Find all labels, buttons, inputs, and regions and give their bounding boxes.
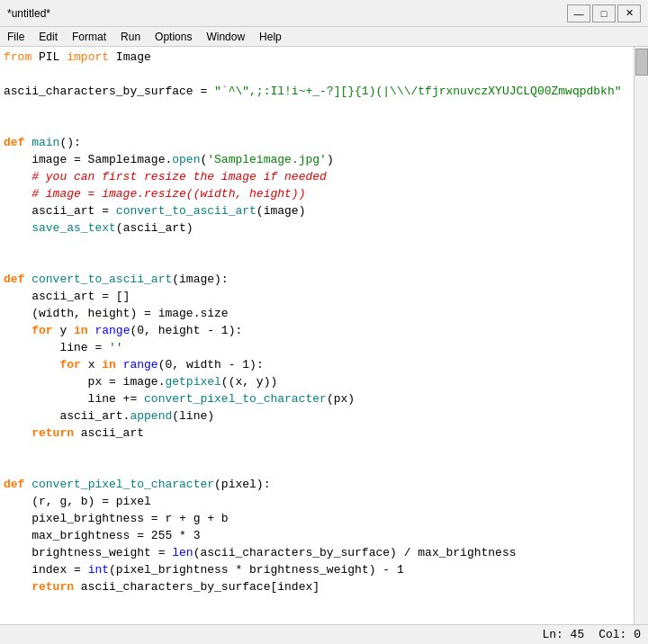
code-line [0,595,634,613]
code-line [0,254,634,271]
code-line: for x in range(0, width - 1): [0,356,634,373]
scrollbar-thumb[interactable] [635,49,648,76]
window-controls: — □ ✕ [567,4,641,22]
code-line: # image = image.resize((width, height)) [0,185,634,202]
code-line [0,442,634,459]
code-line: pixel_brightness = r + g + b [0,510,634,527]
code-line: def convert_to_ascii_art(image): [0,271,634,288]
code-line: image = Sampleimage.open('Sampleimage.jp… [0,151,634,168]
code-line: ascii_art.append(line) [0,407,634,425]
code-line: from PIL import Image [0,49,634,66]
code-line [0,100,634,117]
code-line [0,613,634,624]
code-line: ascii_art = convert_to_ascii_art(image) [0,202,634,219]
menu-window[interactable]: Window [199,27,252,46]
statusbar: Ln: 45 Col: 0 [0,624,648,644]
code-line [0,237,634,254]
code-line: brightness_weight = len(ascii_characters… [0,544,634,561]
code-line: return ascii_characters_by_surface[index… [0,578,634,595]
menu-options[interactable]: Options [148,27,199,46]
code-line [0,459,634,476]
code-line: max_brightness = 255 * 3 [0,527,634,544]
menu-format[interactable]: Format [65,27,113,46]
code-line: def main(): [0,134,634,151]
code-line: for y in range(0, height - 1): [0,322,634,339]
menu-file[interactable]: File [0,27,32,46]
maximize-button[interactable]: □ [592,4,616,22]
window-title: *untitled* [7,7,50,20]
titlebar: *untitled* — □ ✕ [0,0,648,27]
code-line: line = '' [0,339,634,356]
code-line [0,117,634,134]
menubar: File Edit Format Run Options Window Help [0,27,648,47]
code-line: return ascii_art [0,425,634,442]
code-line: line += convert_pixel_to_character(px) [0,390,634,407]
code-line: (width, height) = image.size [0,305,634,322]
menu-help[interactable]: Help [252,27,289,46]
code-line: # you can first resize the image if need… [0,168,634,185]
minimize-button[interactable]: — [567,4,590,22]
status-col: Col: 0 [598,628,641,641]
scrollbar-vertical[interactable] [634,47,648,624]
editor-wrapper: from PIL import Image ascii_characters_b… [0,47,648,624]
code-editor[interactable]: from PIL import Image ascii_characters_b… [0,47,634,624]
close-button[interactable]: ✕ [617,4,641,22]
code-line: (r, g, b) = pixel [0,493,634,510]
code-line: save_as_text(ascii_art) [0,219,634,237]
menu-edit[interactable]: Edit [32,27,65,46]
code-line: ascii_characters_by_surface = "`^\",;:Il… [0,83,634,100]
code-line: def convert_pixel_to_character(pixel): [0,476,634,493]
menu-run[interactable]: Run [113,27,148,46]
status-line: Ln: 45 [542,628,584,641]
code-line: index = int(pixel_brightness * brightnes… [0,561,634,578]
code-line: px = image.getpixel((x, y)) [0,373,634,390]
code-line: ascii_art = [] [0,288,634,305]
code-line [0,66,634,83]
